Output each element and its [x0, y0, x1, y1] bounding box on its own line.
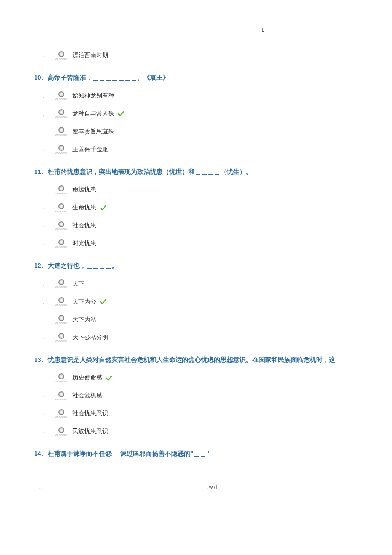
question-title: 12、大道之行也，＿＿＿＿。: [34, 261, 358, 271]
option-bullet: .: [43, 93, 55, 99]
radio-button[interactable]: [55, 427, 67, 436]
radio-underline: [55, 98, 67, 100]
radio-button[interactable]: [55, 279, 67, 288]
option-row: .历史使命感: [43, 370, 358, 385]
option-text: 历史使命感: [72, 374, 102, 382]
option-row: .始知神龙别有种: [43, 89, 358, 103]
radio-button[interactable]: [55, 127, 67, 136]
option-row: .天下公私分明: [43, 330, 358, 345]
radio-button[interactable]: [55, 409, 67, 418]
radio-icon: [58, 373, 64, 379]
page-number: 1: [261, 27, 264, 33]
option-row: .密奉贤旨恩宜殊: [43, 124, 358, 139]
radio-icon: [58, 297, 64, 303]
option-text: 时光忧患: [72, 240, 96, 247]
radio-underline: [55, 381, 67, 382]
option-bullet: .: [43, 240, 55, 246]
option-bullet: .: [43, 317, 55, 323]
radio-button[interactable]: [55, 185, 67, 194]
option-text: 天下为公: [72, 298, 96, 306]
radio-icon: [58, 391, 64, 397]
question-title: 13、忧患意识是人类对自然灾害社会危机和人生命运的焦心忧虑的思想意识。在国家和民…: [34, 355, 358, 365]
radio-underline: [55, 211, 67, 212]
radio-icon: [58, 239, 64, 245]
option-bullet: .: [43, 205, 55, 211]
footer: . . . w d .: [34, 484, 358, 490]
radio-underline: [55, 116, 67, 118]
option-text: 命运忧患: [72, 186, 96, 194]
radio-button[interactable]: [55, 91, 67, 100]
option-text: 天下: [72, 280, 84, 288]
radio-icon: [58, 145, 64, 151]
option-text: 生命忧患: [72, 204, 96, 211]
option-row: .王善保千金躯: [43, 142, 358, 157]
option-row: .社会忧患: [43, 218, 358, 233]
option-bullet: .: [43, 52, 55, 58]
radio-button[interactable]: [55, 221, 67, 230]
option-bullet: .: [43, 299, 55, 305]
radio-underline: [55, 134, 67, 136]
checkmark-icon: [100, 204, 107, 211]
radio-underline: [55, 228, 67, 230]
option-row: .社会忧患意识: [43, 406, 358, 421]
footer-left: . .: [38, 484, 43, 490]
option-row: .生命忧患: [43, 200, 358, 215]
radio-button[interactable]: [55, 391, 67, 400]
question-title: 10、高帝子皆隆准，＿＿＿＿＿＿＿。《哀王》: [34, 73, 358, 83]
radio-button[interactable]: [55, 203, 67, 212]
radio-underline: [55, 193, 67, 194]
option-bullet: .: [43, 393, 55, 399]
radio-underline: [55, 58, 67, 60]
radio-underline: [55, 434, 67, 436]
radio-underline: [55, 152, 67, 154]
radio-button[interactable]: [55, 373, 67, 382]
option-text: 社会忧患: [72, 222, 96, 229]
radio-icon: [58, 409, 64, 415]
radio-icon: [58, 203, 64, 209]
radio-button[interactable]: [55, 145, 67, 154]
radio-icon: [58, 427, 64, 433]
option-text: 民族忧患意识: [72, 428, 108, 435]
radio-icon: [58, 315, 64, 321]
radio-icon: [58, 109, 64, 115]
radio-icon: [58, 51, 64, 57]
option-text: 漂泊西南时期: [72, 52, 108, 59]
radio-icon: [58, 127, 64, 133]
document-page: . 1 .漂泊西南时期10、高帝子皆隆准，＿＿＿＿＿＿＿。《哀王》.始知神龙别有…: [0, 0, 392, 507]
option-row: .民族忧患意识: [43, 424, 358, 439]
radio-icon: [58, 221, 64, 227]
option-bullet: .: [43, 410, 55, 416]
radio-button[interactable]: [55, 109, 67, 118]
radio-underline: [55, 322, 67, 324]
option-row: .社会危机感: [43, 388, 358, 403]
radio-underline: [55, 399, 67, 400]
option-text: 天下公私分明: [72, 334, 108, 341]
option-row: .漂泊西南时期: [43, 48, 358, 63]
radio-underline: [55, 304, 67, 306]
radio-icon: [58, 279, 64, 285]
footer-center: . w d .: [181, 484, 220, 490]
question-title: 11、杜甫的忧患意识，突出地表现为政治忧患（忧世）和＿＿＿＿（忧生）。: [34, 167, 358, 177]
radio-icon: [58, 91, 64, 97]
option-text: 天下为私: [72, 316, 96, 324]
option-row: .时光忧患: [43, 236, 358, 251]
radio-button[interactable]: [55, 315, 67, 324]
checkmark-icon: [100, 298, 107, 305]
radio-button[interactable]: [55, 333, 67, 342]
checkmark-icon: [106, 374, 112, 381]
option-text: 始知神龙别有种: [72, 92, 114, 100]
option-bullet: .: [43, 335, 55, 341]
radio-button[interactable]: [55, 297, 67, 306]
radio-icon: [58, 333, 64, 339]
question-title: 14、杜甫属于谏诤而不任怨----谏过匡邪而扬善不隐恶的"＿＿ ": [34, 449, 358, 459]
option-bullet: .: [43, 281, 55, 287]
option-bullet: .: [43, 147, 55, 153]
radio-button[interactable]: [55, 51, 67, 60]
radio-button[interactable]: [55, 239, 67, 248]
option-text: 王善保千金躯: [72, 146, 108, 153]
radio-underline: [55, 246, 67, 248]
option-text: 社会忧患意识: [72, 410, 108, 417]
option-bullet: .: [43, 428, 55, 434]
option-row: .命运忧患: [43, 182, 358, 197]
option-row: .龙种自与常人殊: [43, 107, 358, 121]
